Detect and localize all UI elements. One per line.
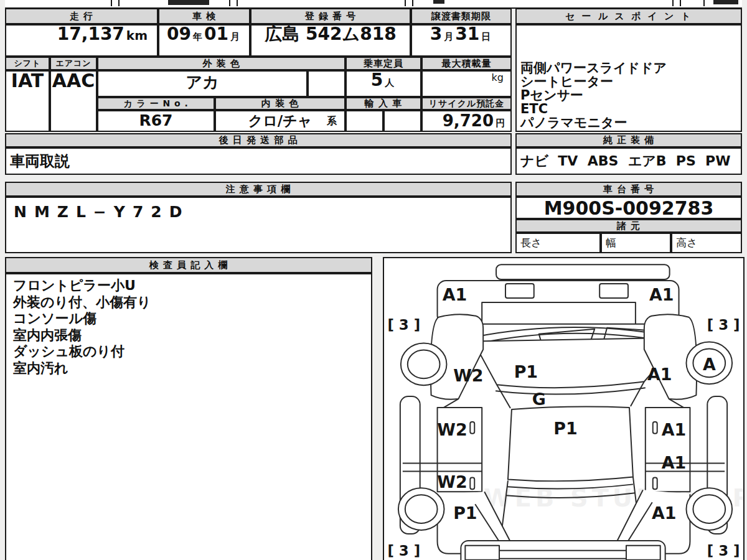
aircon-header: エアコン — [50, 57, 97, 70]
divider — [672, 0, 674, 6]
damage-code-label: W2 — [437, 420, 467, 439]
genuine-equipment-value: ナビ TV ABS エアB PS PW — [515, 147, 742, 175]
list-item: フロントピラー小U — [13, 278, 367, 294]
color-no-header: カ ラ ー N o . — [97, 97, 215, 110]
list-item: 両側パワースライドドア — [520, 61, 738, 75]
max-load-header: 最大積載量 — [421, 57, 512, 70]
damage-code-label: A1 — [647, 365, 672, 384]
registration-value: 広島 542ム818 — [250, 24, 411, 57]
dimension-length-cell: 長さ — [515, 233, 601, 253]
mileage-number: 17,137 — [57, 26, 125, 43]
damage-code-label: [ 3 ] — [707, 543, 740, 559]
list-item: ETC — [520, 102, 738, 116]
fender-door-connectors — [444, 399, 684, 408]
mileage-unit: km — [126, 28, 148, 43]
divider — [118, 0, 120, 6]
chassis-header: 車 台 番 号 — [515, 182, 742, 197]
list-item: パノラマモニター — [520, 116, 738, 129]
damage-code-label: P1 — [553, 419, 577, 438]
shift-code: IAT — [11, 72, 44, 90]
front-edge-strip — [496, 264, 670, 279]
damage-code-label: [ 3 ] — [387, 543, 420, 559]
cropped-previous-row — [5, 0, 742, 9]
damage-code-label: A — [703, 355, 716, 374]
import-empty-cell-b — [383, 110, 421, 132]
divider — [237, 0, 238, 6]
shift-value: IAT — [5, 70, 50, 132]
list-item: 室内汚れ — [13, 360, 367, 377]
list-item: 外装のり付、小傷有り — [13, 294, 367, 311]
damage-code-label: [ 3 ] — [707, 317, 740, 333]
inspector-notes-list: フロントピラー小U外装のり付、小傷有りコンソール傷室内内張傷ダッシュ板のり付室内… — [13, 278, 367, 376]
notes-text: NMZL−Y72D — [14, 203, 189, 221]
max-load-value: kg — [421, 70, 512, 97]
capacity-value: 5 人 — [345, 70, 421, 97]
registration-number: 広島 542ム818 — [265, 26, 396, 43]
aircon-value: AAC — [50, 70, 97, 132]
roof-panel — [508, 407, 633, 482]
genuine-equipment-text: ナビ TV ABS エアB PS PW — [520, 152, 730, 170]
shaken-month-unit: 月 — [230, 31, 240, 43]
sales-points-body: 両側パワースライドドアシートヒーターPセンサーETCパノラマモニター — [515, 24, 742, 132]
transfer-day-unit: 日 — [481, 31, 491, 43]
registration-header: 登 録 番 号 — [250, 8, 411, 24]
cut-text-remnant — [713, 0, 738, 4]
recycle-amount: 9,720 — [443, 111, 494, 130]
sales-points-header: セ ー ル ス ポ イ ン ト — [515, 8, 742, 24]
later-parts-value: 車両取説 — [5, 147, 512, 175]
damage-code-label: G — [532, 390, 546, 409]
capacity-header: 乗車定員 — [345, 57, 421, 70]
shaken-value: 09 年 01 月 — [158, 24, 250, 57]
cut-text-remnant — [433, 0, 444, 4]
exterior-color-header: 外 装 色 — [97, 57, 345, 70]
list-item: ダッシュ板のり付 — [13, 343, 367, 360]
aircon-code: AAC — [52, 72, 95, 90]
inspector-body: フロントピラー小U外装のり付、小傷有りコンソール傷室内内張傷ダッシュ板のり付室内… — [5, 273, 372, 560]
cut-text-remnant — [168, 0, 209, 5]
list-item: コンソール傷 — [13, 310, 367, 327]
exterior-color: アカ — [186, 72, 218, 93]
transfer-month: 3 — [430, 26, 442, 43]
damage-code-label: A1 — [443, 285, 467, 304]
transfer-day: 31 — [455, 26, 479, 43]
interior-color-value: クロ/チャ 系 — [215, 110, 345, 132]
mileage-header: 走 行 — [5, 8, 158, 24]
length-label: 長さ — [520, 236, 542, 250]
max-load-unit: kg — [492, 72, 504, 83]
damage-code-label: W2 — [453, 366, 483, 385]
mileage-value: 17,137 km — [5, 24, 158, 57]
transfer-deadline-header: 譲渡書類期限 — [411, 8, 512, 24]
damage-code-label: A1 — [662, 453, 686, 472]
chassis-value: M900S-0092783 — [515, 197, 742, 219]
list-item: Pセンサー — [520, 88, 738, 102]
exterior-color-empty-cell — [308, 70, 345, 97]
damage-code-label: [ 3 ] — [387, 317, 420, 333]
divider — [229, 0, 230, 6]
list-item: シートヒーター — [520, 75, 738, 88]
recycle-unit: 円 — [496, 118, 505, 129]
interior-color: クロ/チャ — [248, 111, 312, 131]
notes-header: 注 意 事 項 欄 — [5, 182, 512, 197]
damage-code-label: P1 — [514, 362, 538, 381]
recycle-deposit-value: 9,720 円 — [421, 110, 512, 132]
divider — [680, 0, 681, 6]
list-item: 室内内張傷 — [13, 327, 367, 344]
damage-code-label: W2 — [437, 472, 467, 492]
dimensions-header: 諸 元 — [515, 219, 742, 233]
transfer-month-unit: 月 — [444, 31, 453, 43]
shaken-header: 車 検 — [158, 8, 250, 24]
capacity-unit: 人 — [385, 77, 394, 89]
damage-code-label: A1 — [652, 503, 676, 523]
later-parts-text: 車両取説 — [10, 151, 70, 171]
recycle-deposit-header: リサイクル預託金 — [421, 97, 512, 110]
dimension-width-cell: 幅 — [601, 233, 671, 253]
damage-code-label: P1 — [453, 503, 477, 523]
color-no-value: R67 — [97, 110, 215, 132]
dimension-height-cell: 高さ — [671, 233, 742, 253]
shift-header: シフト — [5, 57, 50, 70]
cowl-band — [496, 388, 646, 394]
shaken-year-unit: 年 — [193, 31, 202, 43]
later-parts-header: 後 日 発 送 部 品 — [5, 133, 512, 147]
interior-color-suffix: 系 — [327, 114, 337, 128]
auction-sheet: 走 行 車 検 登 録 番 号 譲渡書類期限 17,137 km 09 年 01… — [0, 0, 747, 560]
